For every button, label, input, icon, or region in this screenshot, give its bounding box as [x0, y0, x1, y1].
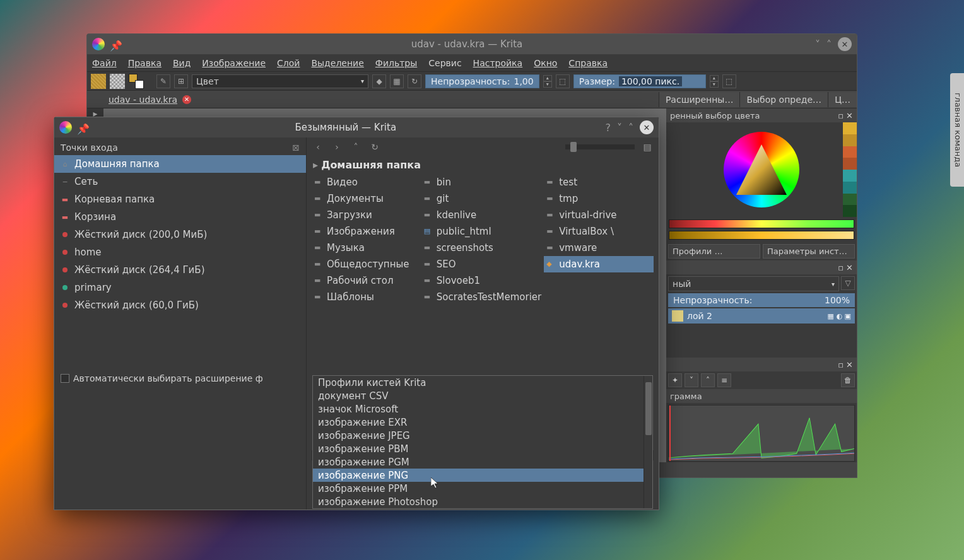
params-tab[interactable]: Параметры инстр…	[763, 244, 855, 259]
auto-extension-row[interactable]: Автоматически выбирать расширение ф	[54, 371, 306, 386]
size-slider[interactable]: Размер: 100,00 пикс.	[573, 74, 706, 88]
document-tab[interactable]: udav - udav.kra ✕	[87, 92, 199, 107]
file-item[interactable]: ▬SEO	[421, 256, 544, 272]
layer-flags-icon[interactable]: ▦ ◐ ▣	[828, 312, 851, 320]
filter-list-scrollbar[interactable]	[644, 376, 652, 508]
file-item[interactable]: ▬Изображения	[312, 223, 421, 240]
menu-edit[interactable]: Правка	[128, 58, 162, 68]
view-mode-icon[interactable]: ▤	[641, 141, 654, 153]
file-item[interactable]: ▬kdenlive	[421, 207, 544, 223]
gradient-swatch[interactable]	[91, 74, 106, 89]
place-item[interactable]: ▬Корневая папка	[54, 190, 306, 208]
file-item[interactable]: ◆udav.kra	[544, 256, 654, 272]
color-wheel[interactable]	[666, 122, 857, 217]
menu-layer[interactable]: Слой	[277, 58, 300, 68]
menu-filters[interactable]: Фильтры	[375, 58, 417, 68]
maximize-icon[interactable]: ˄	[826, 38, 832, 50]
hue-slider[interactable]	[669, 219, 854, 228]
filter-option[interactable]: изображение JPEG	[313, 429, 652, 442]
panel-controls-icon[interactable]: ▫ ✕	[838, 111, 853, 120]
fgbg-swatch[interactable]	[129, 74, 144, 89]
sat-slider[interactable]	[669, 231, 854, 240]
dialog-close-icon[interactable]: ✕	[640, 120, 654, 134]
delete-layer-icon[interactable]: 🗑	[841, 373, 855, 387]
dialog-pin-icon[interactable]: 📌	[77, 123, 86, 132]
layer-down-icon[interactable]: ˅	[685, 373, 698, 387]
place-item[interactable]: ▬Корзина	[54, 208, 306, 226]
file-item[interactable]: ▬SocratesTestMemorier	[421, 289, 544, 305]
filter-option[interactable]: изображение PNG	[313, 469, 652, 482]
place-item[interactable]: ─Сеть	[54, 173, 306, 190]
menu-settings[interactable]: Настройка	[473, 58, 523, 68]
filter-option[interactable]: изображение Photoshop	[313, 495, 652, 508]
add-layer-icon[interactable]: ✦	[668, 373, 682, 387]
menu-tools[interactable]: Сервис	[428, 58, 461, 68]
blend-mode-dropdown[interactable]: Цвет ▾	[192, 74, 368, 88]
menu-image[interactable]: Изображение	[202, 58, 266, 68]
tab-close-icon[interactable]: ✕	[182, 95, 191, 104]
desktop-edge-tab[interactable]: главная команда	[950, 73, 964, 187]
place-item[interactable]: Жёсткий диск (264,4 ГиБ)	[54, 261, 306, 279]
menu-select[interactable]: Выделение	[311, 58, 363, 68]
pattern-swatch[interactable]	[110, 74, 125, 89]
file-item[interactable]: ▬Загрузки	[312, 207, 421, 223]
opacity-slider[interactable]: Непрозрачность: 1,00	[425, 74, 539, 88]
file-item[interactable]: ▬VirtualBox \	[544, 223, 654, 240]
profiles-tab[interactable]: Профили …	[668, 244, 760, 259]
alpha-lock-icon[interactable]: ▦	[390, 74, 404, 88]
menu-window[interactable]: Окно	[534, 58, 557, 68]
icon-size-slider[interactable]	[565, 144, 635, 149]
file-item[interactable]: ▬Видео	[312, 174, 421, 190]
file-item[interactable]: ▤public_html	[421, 223, 544, 240]
file-item[interactable]: ▬Slovoeb1	[421, 272, 544, 289]
menu-file[interactable]: Файл	[92, 58, 117, 68]
minimize-icon[interactable]: ˅	[815, 38, 820, 50]
nav-reload-icon[interactable]: ↻	[368, 141, 381, 153]
size-spinner[interactable]: ▴▾	[710, 75, 719, 88]
file-item[interactable]: ▬test	[544, 174, 654, 190]
file-item[interactable]: ▬Шаблоны	[312, 289, 421, 305]
nav-back-icon[interactable]: ‹	[312, 141, 324, 153]
file-item[interactable]: ▬Общедоступные	[312, 256, 421, 272]
eraser-icon[interactable]: ◆	[372, 74, 386, 88]
auto-extension-checkbox[interactable]	[61, 374, 69, 383]
filter-option[interactable]: изображение PPM	[313, 482, 652, 495]
docker-tab-specific[interactable]: Выбор опреде…	[739, 92, 828, 107]
filter-option[interactable]: Профили кистей Krita	[313, 376, 652, 389]
opacity-lock-icon[interactable]: ⬚	[556, 74, 570, 88]
breadcrumb[interactable]: Домашняя папка	[307, 156, 659, 174]
layers-controls-icon[interactable]: ▫ ✕	[838, 263, 853, 272]
dialog-minimize-icon[interactable]: ˅	[617, 122, 622, 134]
place-item[interactable]: Жёсткий диск (200,0 МиБ)	[54, 226, 306, 243]
file-item[interactable]: ▬vmware	[544, 240, 654, 256]
color-history-strip[interactable]	[843, 122, 857, 217]
places-close-icon[interactable]: ⊠	[292, 143, 300, 153]
file-item[interactable]: ▬git	[421, 190, 544, 207]
file-item[interactable]: ▬screenshots	[421, 240, 544, 256]
layer-row[interactable]: лой 2 ▦ ◐ ▣	[668, 308, 855, 324]
filter-option[interactable]: изображение PBM	[313, 442, 652, 455]
place-item[interactable]: ⌂Домашняя папка	[54, 155, 306, 173]
filter-option[interactable]: изображение PGM	[313, 455, 652, 469]
docker-tab-advanced[interactable]: Расширенны…	[659, 92, 740, 107]
place-item[interactable]: home	[54, 243, 306, 261]
filter-layers-icon[interactable]: ▽	[841, 276, 855, 290]
nav-up-icon[interactable]: ˄	[350, 141, 362, 153]
dialog-maximize-icon[interactable]: ˄	[628, 122, 633, 134]
size-lock-icon[interactable]: ⬚	[722, 74, 736, 88]
layer-opacity-slider[interactable]: Непрозрачность: 100%	[668, 293, 855, 307]
dialog-help-icon[interactable]: ?	[606, 122, 611, 134]
file-item[interactable]: ▬Документы	[312, 190, 421, 207]
reload-icon[interactable]: ↻	[408, 74, 421, 88]
place-item[interactable]: Жёсткий диск (60,0 ГиБ)	[54, 296, 306, 314]
layer-up-icon[interactable]: ˄	[701, 373, 715, 387]
filter-option[interactable]: значок Microsoft	[313, 402, 652, 416]
filter-option[interactable]: изображение EXR	[313, 416, 652, 429]
brush-tool-icon[interactable]: ✎	[156, 74, 170, 88]
file-item[interactable]: ▬virtual-drive	[544, 207, 654, 223]
place-item[interactable]: primary	[54, 279, 306, 296]
file-item[interactable]: ▬bin	[421, 174, 544, 190]
close-icon[interactable]: ✕	[838, 37, 852, 51]
menu-help[interactable]: Справка	[568, 58, 608, 68]
panel-close-icon[interactable]: ▫ ✕	[838, 360, 853, 370]
